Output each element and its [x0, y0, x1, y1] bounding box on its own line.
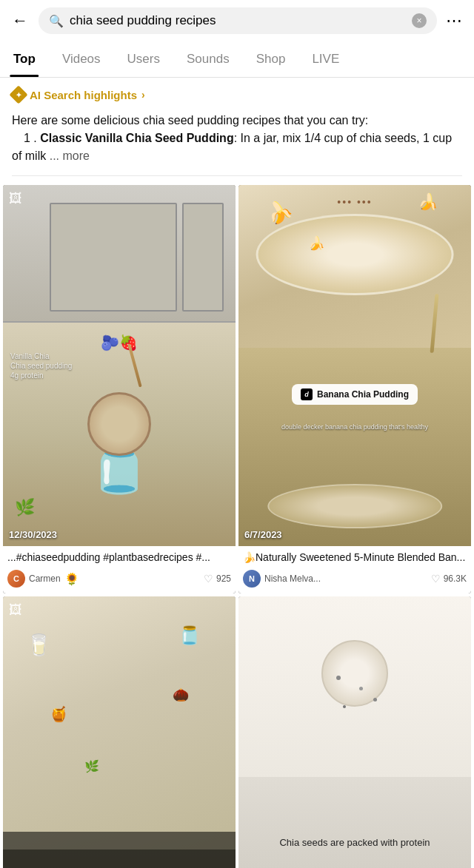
tab-top[interactable]: Top [0, 41, 49, 77]
tabs-bar: Top Videos Users Sounds Shop LIVE [0, 41, 474, 78]
clear-icon: × [416, 16, 421, 26]
more-options-button[interactable]: ⋯ [444, 8, 465, 33]
card-meta-2: N Nisha Melva... ♡ 96.3K [243, 570, 467, 588]
card-title-2: 🍌Naturally Sweetened 5-Minute Blended Ba… [243, 551, 467, 565]
image-icon-3: 🖼 [9, 602, 22, 618]
search-input[interactable]: chia seed pudding recipes [70, 13, 406, 28]
card-info-1: ...#chiaseedpudding #plantbasedrecipes #… [3, 546, 236, 593]
author-name-2: Nisha Melva... [264, 573, 321, 584]
ai-highlights-badge[interactable]: AI Search highlights › [12, 88, 145, 101]
author-name-1: Carmen [29, 573, 61, 584]
video-thumb-4: Chia seeds are packed with protein [238, 596, 471, 868]
tab-live[interactable]: LIVE [298, 41, 353, 77]
video-card-2[interactable]: 🍌 🍌 🍌 ••• ••• d Banana Chia Pudding doub… [238, 185, 471, 593]
video-thumb-2: 🍌 🍌 🍌 ••• ••• d Banana Chia Pudding doub… [238, 185, 471, 546]
tab-users[interactable]: Users [114, 41, 173, 77]
card-info-2: 🍌Naturally Sweetened 5-Minute Blended Ba… [238, 546, 471, 593]
card-author-2: N Nisha Melva... [243, 570, 321, 588]
avatar-2: N [243, 570, 261, 588]
video-thumb-1: 🫙 🫐🍓 🌿 🖼 Vanilla ChiaChia seed pudding4g… [3, 185, 236, 546]
banana-label-text: Banana Chia Pudding [317, 389, 409, 400]
search-icon: 🔍 [49, 14, 64, 28]
banana-sub-text: double decker banana chia pudding that's… [250, 423, 460, 431]
card-title-1: ...#chiaseedpudding #plantbasedrecipes #… [7, 551, 231, 565]
thumb-bg-4: Chia seeds are packed with protein [238, 596, 471, 868]
ai-diamond-icon [9, 85, 27, 104]
back-button[interactable]: ← [9, 8, 31, 33]
image-icon-1: 🖼 [9, 191, 22, 206]
tab-videos[interactable]: Videos [49, 41, 114, 77]
thumb-bg-3: 🥛 🫙 🍯 🌰 🌿 Ingredients vs Plate [3, 596, 236, 868]
video-grid: 🫙 🫐🍓 🌿 🖼 Vanilla ChiaChia seed pudding4g… [0, 182, 474, 868]
video-card-4[interactable]: Chia seeds are packed with protein [238, 596, 471, 868]
tab-shop[interactable]: Shop [243, 41, 299, 77]
more-icon: ⋯ [446, 11, 464, 30]
video-card-1[interactable]: 🫙 🫐🍓 🌿 🖼 Vanilla ChiaChia seed pudding4g… [3, 185, 236, 593]
tiktok-icon: d [301, 388, 313, 400]
avatar-1: C [7, 570, 25, 588]
likes-2: ♡ 96.3K [431, 573, 467, 585]
ai-chevron-icon: › [141, 89, 145, 101]
video-card-3[interactable]: 🥛 🫙 🍯 🌰 🌿 Ingredients vs Plate 🖼 [3, 596, 236, 868]
clear-button[interactable]: × [412, 13, 427, 28]
card-meta-1: C Carmen 🌻 ♡ 925 [7, 570, 231, 588]
overlay-text-1: Vanilla ChiaChia seed pudding4g protein [10, 351, 72, 380]
back-icon: ← [12, 11, 28, 30]
ai-highlights-section: AI Search highlights › Here are some del… [0, 78, 474, 182]
likes-1: ♡ 925 [204, 573, 231, 585]
author-emoji-1: 🌻 [64, 572, 79, 586]
chia-text-overlay: Chia seeds are packed with protein [256, 836, 454, 850]
video-thumb-3: 🥛 🫙 🍯 🌰 🌿 Ingredients vs Plate 🖼 [3, 596, 236, 868]
banana-label: d Banana Chia Pudding [292, 384, 418, 405]
tab-sounds[interactable]: Sounds [173, 41, 243, 77]
section-divider [12, 175, 462, 176]
heart-icon-2: ♡ [431, 573, 441, 585]
header: ← 🔍 chia seed pudding recipes × ⋯ [0, 0, 474, 41]
search-bar[interactable]: 🔍 chia seed pudding recipes × [39, 7, 437, 34]
card-author-1: C Carmen 🌻 [7, 570, 79, 588]
thumb-bg-2: 🍌 🍌 🍌 ••• ••• d Banana Chia Pudding doub… [238, 185, 471, 546]
date-badge-1: 12/30/2023 [9, 529, 57, 540]
ai-text-body: Here are some delicious chia seed puddin… [12, 112, 462, 165]
date-badge-2: 6/7/2023 [244, 529, 282, 540]
heart-icon-1: ♡ [204, 573, 213, 585]
